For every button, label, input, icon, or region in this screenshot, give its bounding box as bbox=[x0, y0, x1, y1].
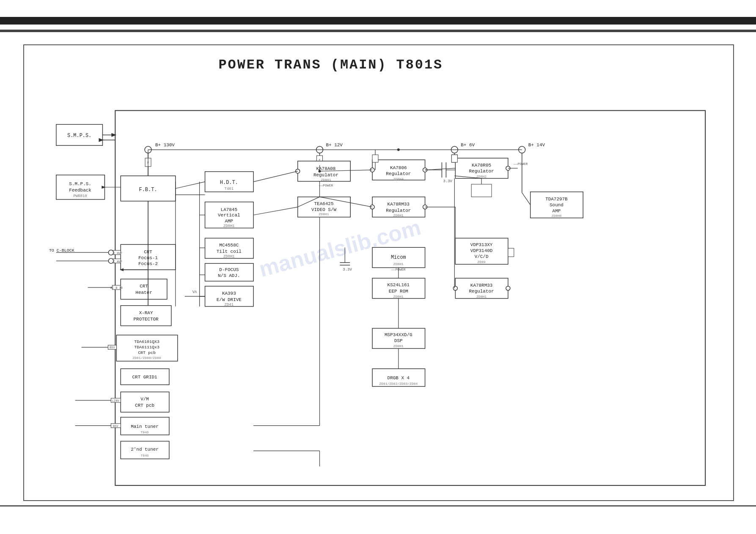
svg-text:AMP: AMP bbox=[553, 208, 561, 214]
svg-text:——POWER: ——POWER bbox=[319, 183, 333, 187]
svg-text:ZD81/ZD88/ZD88: ZD81/ZD88/ZD88 bbox=[133, 356, 161, 360]
svg-rect-120 bbox=[298, 197, 351, 217]
svg-text:PROTECTOR: PROTECTOR bbox=[134, 317, 159, 322]
svg-text:Regulator: Regulator bbox=[386, 208, 411, 213]
svg-text:S.M.P.S.: S.M.P.S. bbox=[69, 181, 91, 186]
svg-line-178 bbox=[522, 193, 531, 205]
svg-point-48 bbox=[108, 250, 113, 255]
svg-text:TEA6425: TEA6425 bbox=[314, 201, 334, 206]
svg-text:ZD8H2: ZD8H2 bbox=[476, 175, 487, 178]
svg-text:3.3V: 3.3V bbox=[443, 179, 452, 183]
svg-text:ZD8H1: ZD8H1 bbox=[393, 295, 404, 298]
svg-text:Regulator: Regulator bbox=[386, 171, 411, 176]
svg-line-156 bbox=[454, 176, 481, 178]
svg-rect-10 bbox=[121, 176, 176, 201]
svg-rect-70 bbox=[121, 369, 169, 385]
svg-line-126 bbox=[320, 197, 373, 207]
svg-rect-136 bbox=[372, 329, 425, 349]
svg-text:CRT GRID1: CRT GRID1 bbox=[132, 375, 158, 380]
svg-text:KA7806: KA7806 bbox=[390, 165, 407, 170]
svg-point-170 bbox=[519, 146, 525, 153]
svg-rect-205 bbox=[451, 155, 457, 162]
svg-rect-202 bbox=[372, 155, 378, 162]
svg-point-115 bbox=[370, 205, 374, 209]
svg-line-20 bbox=[176, 182, 205, 189]
svg-rect-114 bbox=[372, 197, 425, 217]
svg-rect-45 bbox=[113, 259, 121, 263]
svg-text:VDP313XY: VDP313XY bbox=[470, 242, 493, 247]
svg-point-12 bbox=[145, 146, 151, 153]
svg-rect-32 bbox=[205, 263, 254, 281]
svg-point-198 bbox=[319, 170, 321, 173]
svg-point-101 bbox=[296, 169, 300, 173]
svg-text:CRT: CRT bbox=[140, 284, 148, 289]
svg-text:2'nd tuner: 2'nd tuner bbox=[131, 447, 159, 452]
svg-text:H.D.T.: H.D.T. bbox=[220, 180, 238, 186]
svg-rect-6 bbox=[56, 175, 105, 200]
svg-rect-39 bbox=[121, 244, 176, 270]
svg-rect-163 bbox=[508, 248, 514, 257]
svg-rect-140 bbox=[372, 369, 425, 386]
svg-rect-58 bbox=[121, 306, 171, 326]
svg-rect-62 bbox=[116, 335, 177, 361]
svg-rect-128 bbox=[372, 247, 425, 268]
svg-text:T846: T846 bbox=[140, 430, 148, 434]
svg-point-116 bbox=[423, 205, 427, 209]
svg-line-182 bbox=[425, 168, 456, 170]
svg-text:Regulator: Regulator bbox=[313, 173, 338, 178]
svg-text:D-FOCUS: D-FOCUS bbox=[219, 267, 239, 272]
svg-text:Regulator: Regulator bbox=[469, 289, 494, 294]
svg-text:KS24L161: KS24L161 bbox=[388, 282, 410, 288]
svg-text:F: F bbox=[147, 161, 149, 164]
svg-text:Focus-1: Focus-1 bbox=[138, 255, 158, 260]
page: manualslib.com POWER TRANS (MAIN) T801S … bbox=[0, 0, 756, 534]
svg-rect-75 bbox=[111, 398, 121, 403]
svg-text:POWER TRANS (MAIN) T801S: POWER TRANS (MAIN) T801S bbox=[218, 57, 443, 73]
svg-rect-28 bbox=[205, 238, 254, 258]
svg-text:E/W DRIVE: E/W DRIVE bbox=[217, 297, 242, 302]
svg-text:TDA7297B: TDA7297B bbox=[545, 197, 568, 202]
svg-text:Micom: Micom bbox=[391, 255, 406, 260]
svg-text:LA7845: LA7845 bbox=[221, 207, 237, 212]
svg-text:VA: VA bbox=[192, 290, 197, 294]
svg-point-165 bbox=[453, 286, 457, 290]
svg-text:LINV: LINV bbox=[112, 399, 120, 403]
svg-text:ZD8H1: ZD8H1 bbox=[393, 262, 404, 266]
svg-text:TDA6101QX3: TDA6101QX3 bbox=[134, 340, 159, 344]
svg-text:F: F bbox=[319, 159, 320, 162]
svg-rect-1 bbox=[56, 124, 103, 145]
svg-text:ZD41: ZD41 bbox=[225, 303, 234, 307]
svg-text:ZD8H1: ZD8H1 bbox=[319, 213, 329, 216]
svg-text:EEP ROM: EEP ROM bbox=[389, 289, 408, 294]
top-bar-2 bbox=[0, 30, 756, 32]
svg-text:AC HVF: AC HVF bbox=[112, 252, 122, 255]
svg-text:Regulator: Regulator bbox=[469, 169, 494, 174]
svg-point-49 bbox=[108, 258, 113, 263]
svg-rect-78 bbox=[121, 417, 169, 435]
svg-rect-132 bbox=[372, 278, 425, 298]
svg-point-199 bbox=[397, 148, 400, 151]
svg-point-109 bbox=[423, 168, 427, 172]
svg-text:Vertical: Vertical bbox=[218, 213, 240, 218]
svg-line-125 bbox=[298, 197, 320, 207]
svg-text:MC4558C: MC4558C bbox=[219, 243, 239, 248]
svg-text:Focus-2: Focus-2 bbox=[138, 261, 158, 266]
svg-rect-5 bbox=[115, 110, 705, 485]
svg-text:ZD8H1: ZD8H1 bbox=[223, 224, 235, 228]
svg-text:F: F bbox=[454, 157, 455, 161]
svg-point-149 bbox=[506, 166, 510, 170]
svg-rect-23 bbox=[205, 202, 254, 228]
svg-rect-72 bbox=[121, 392, 169, 412]
svg-rect-148 bbox=[455, 158, 508, 178]
svg-line-181 bbox=[253, 207, 298, 215]
svg-text:DSP: DSP bbox=[394, 338, 403, 343]
svg-text:T846: T846 bbox=[140, 454, 148, 457]
svg-rect-146 bbox=[451, 155, 457, 162]
svg-point-166 bbox=[506, 286, 510, 290]
svg-point-108 bbox=[370, 168, 374, 172]
svg-text:KA78R05: KA78R05 bbox=[472, 163, 491, 168]
svg-text:——POWER: ——POWER bbox=[391, 268, 406, 271]
svg-text:CRT pcb: CRT pcb bbox=[138, 351, 156, 355]
diagram-svg: POWER TRANS (MAIN) T801S S.M.P.S. S.M.P.… bbox=[24, 45, 733, 500]
svg-text:B+ 130V: B+ 130V bbox=[155, 142, 175, 148]
